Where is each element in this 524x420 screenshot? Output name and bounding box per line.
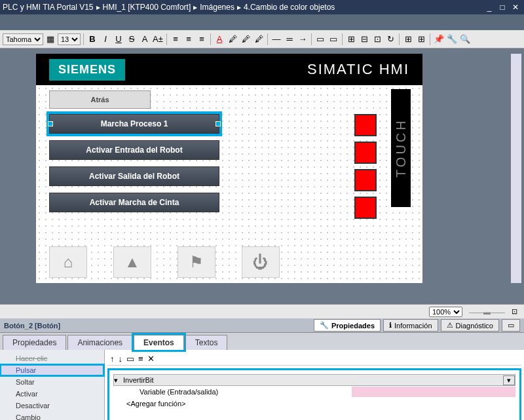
nav-icons: ⌂ ▲ ⚑ ⏻ — [49, 246, 280, 278]
hmi-header: SIEMENS SIMATIC HMI — [36, 54, 422, 85]
breadcrumb-app: PLC y HMI TIA Portal V15 — [3, 3, 94, 12]
activar-marcha-button[interactable]: Activar Marcha de Cinta — [49, 193, 219, 212]
subtab-eventos[interactable]: Eventos — [134, 335, 184, 350]
siemens-logo: SIEMENS — [49, 59, 125, 81]
variable-value-field[interactable] — [352, 387, 515, 397]
separator-icon: ▸ — [193, 3, 197, 12]
events-grid: ▾ InvertirBit ▾ Variable (Entrada/salida… — [107, 368, 521, 420]
list-button[interactable]: ≡ — [138, 354, 143, 364]
font-a-button[interactable]: A — [139, 33, 151, 45]
tab-propiedades[interactable]: 🔧Propiedades — [314, 319, 381, 332]
hmi-body: Atrás Marcha Proceso 1 Activar Entrada d… — [36, 85, 422, 283]
layer-back-button[interactable]: ▭ — [328, 33, 339, 45]
activar-salida-button[interactable]: Activar Salida del Robot — [49, 166, 219, 186]
bold-button[interactable]: B — [86, 33, 98, 45]
line-style-button[interactable]: — — [271, 33, 282, 45]
distribute-button[interactable]: ⊟ — [358, 33, 370, 45]
function-row[interactable]: ▾ InvertirBit ▾ — [113, 374, 515, 386]
home-icon[interactable]: ⌂ — [49, 246, 87, 278]
font-select[interactable]: Tahoma — [3, 33, 43, 45]
object-name: Botón_2 [Botón] — [4, 322, 60, 330]
minimize-button[interactable]: _ — [483, 3, 495, 12]
move-up-button[interactable]: ↑ — [110, 354, 115, 364]
diag-icon: ⚠ — [447, 321, 453, 330]
settings-nav-icon[interactable]: ⚑ — [178, 246, 215, 278]
variable-row[interactable]: Variable (Entrada/salida) — [113, 386, 515, 398]
simatic-title: SIMATIC HMI — [307, 61, 409, 78]
move-down-button[interactable]: ↓ — [119, 354, 123, 364]
tab-informacion[interactable]: ℹInformación — [383, 319, 438, 332]
fill-color-button[interactable]: 🖉 — [227, 33, 238, 45]
font-size-button[interactable]: A± — [152, 33, 164, 45]
size-select[interactable]: 13 — [58, 33, 81, 45]
add-function-label: <Agregar función> — [126, 400, 515, 408]
info-icon: ℹ — [389, 321, 392, 330]
event-desactivar[interactable]: Desactivar — [0, 400, 104, 411]
zoom-bar: 100% ——▬—— ⊡ — [0, 304, 524, 318]
indicator-2[interactable] — [354, 142, 377, 164]
tab-diagnostico[interactable]: ⚠Diagnóstico — [441, 319, 499, 332]
touch-strip: TOUCH — [391, 89, 411, 207]
activar-entrada-button[interactable]: Activar Entrada del Robot — [49, 140, 219, 160]
subtab-textos[interactable]: Textos — [185, 335, 228, 350]
power-icon[interactable]: ⏻ — [242, 246, 280, 278]
indicator-4[interactable] — [354, 197, 377, 219]
marcha-proceso-button[interactable]: Marcha Proceso 1 — [49, 114, 219, 134]
arrow-button[interactable]: → — [297, 33, 309, 45]
strike-button[interactable]: S — [126, 33, 138, 45]
design-surface[interactable]: SIEMENS SIMATIC HMI Atrás Marcha Proceso… — [36, 54, 422, 283]
expand-icon[interactable]: ▾ — [114, 376, 123, 385]
back-button[interactable]: Atrás — [49, 90, 151, 109]
properties-header: Botón_2 [Botón] 🔧Propiedades ℹInformació… — [0, 318, 524, 333]
function-dropdown[interactable]: ▾ — [503, 375, 515, 385]
variable-label: Variable (Entrada/salida) — [140, 388, 352, 396]
indicator-3[interactable] — [354, 169, 377, 191]
separator-icon: ▸ — [96, 3, 100, 12]
zoom-slider[interactable]: ——▬—— — [469, 308, 505, 316]
events-panel: Hacer clic Pulsar Soltar Activar Desacti… — [0, 350, 524, 420]
add-function-row[interactable]: <Agregar función> — [113, 398, 515, 410]
zoom-fit-icon[interactable]: ⊡ — [512, 307, 517, 316]
subtab-animaciones[interactable]: Animaciones — [67, 335, 132, 350]
right-toolbox[interactable] — [511, 54, 521, 283]
group-button[interactable]: ⊡ — [371, 33, 383, 45]
sub-tabs: Propiedades Animaciones Eventos Textos — [0, 333, 524, 350]
font-picker-icon[interactable]: ▦ — [45, 33, 56, 45]
pin-button[interactable]: 📌 — [433, 33, 445, 45]
breadcrumb-folder: Imágenes — [200, 3, 234, 12]
more-button-2[interactable]: ⊞ — [415, 33, 427, 45]
panel-menu-button[interactable]: ▭ — [502, 319, 520, 332]
bg-color-button[interactable]: 🖉 — [253, 33, 265, 45]
up-icon[interactable]: ▲ — [113, 246, 151, 278]
delete-button[interactable]: ✕ — [147, 354, 155, 364]
align-center-button[interactable]: ≡ — [183, 33, 195, 45]
underline-button[interactable]: U — [113, 33, 124, 45]
layer-front-button[interactable]: ▭ — [314, 33, 326, 45]
format-toolbar: Tahoma ▦ 13 B I U S A A± ≡ ≡ ≡ A 🖉 🖉 🖉 —… — [0, 30, 524, 48]
subtab-propiedades[interactable]: Propiedades — [3, 335, 66, 350]
search-button[interactable]: 🔍 — [459, 33, 471, 45]
text-color-button[interactable]: A — [214, 33, 225, 45]
event-activar[interactable]: Activar — [0, 388, 104, 400]
indicator-1[interactable] — [354, 114, 377, 136]
view-button[interactable]: ▭ — [126, 354, 134, 364]
line-color-button[interactable]: 🖉 — [240, 33, 252, 45]
more-button-1[interactable]: ⊞ — [402, 33, 414, 45]
zoom-select[interactable]: 100% — [429, 307, 462, 317]
align-obj-button[interactable]: ⊞ — [345, 33, 357, 45]
rotate-button[interactable]: ↻ — [384, 33, 396, 45]
close-button[interactable]: ✕ — [510, 3, 521, 12]
event-cambio[interactable]: Cambio — [0, 411, 104, 420]
separator-icon: ▸ — [237, 3, 241, 12]
tools-button[interactable]: 🔧 — [446, 33, 458, 45]
properties-icon: 🔧 — [320, 321, 329, 330]
event-pulsar[interactable]: Pulsar — [0, 364, 104, 376]
event-soltar[interactable]: Soltar — [0, 376, 104, 388]
align-left-button[interactable]: ≡ — [170, 33, 181, 45]
line-width-button[interactable]: ═ — [284, 33, 295, 45]
align-right-button[interactable]: ≡ — [196, 33, 208, 45]
window-controls: _ □ ✕ — [483, 3, 521, 12]
event-hacer-clic[interactable]: Hacer clic — [0, 353, 104, 364]
italic-button[interactable]: I — [100, 33, 111, 45]
maximize-button[interactable]: □ — [496, 3, 508, 12]
